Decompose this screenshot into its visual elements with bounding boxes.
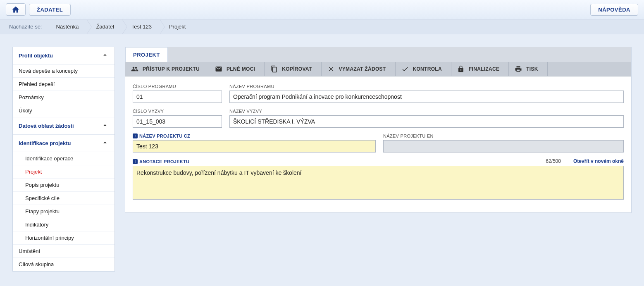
sidebar-item-umisteni[interactable]: Umístění — [13, 245, 114, 258]
annotation-counter: 62/500 — [546, 158, 561, 164]
toolbar-label: PLNÉ MOCI — [227, 66, 255, 72]
content-panel: PROJEKT PŘÍSTUP K PROJEKTU PLNÉ MOCI KOP… — [125, 47, 632, 213]
chevron-up-icon — [101, 139, 109, 148]
top-bar: ŽADATEL NÁPOVĚDA — [0, 0, 644, 19]
toolbar-label: VYMAZAT ŽÁDOST — [339, 66, 386, 72]
breadcrumb-item[interactable]: Test 123 — [122, 19, 160, 34]
sidebar: Profil objektu Nová depeše a koncepty Př… — [12, 47, 115, 272]
help-button[interactable]: NÁPOVĚDA — [590, 4, 638, 16]
breadcrumb-item[interactable]: Nástěnka — [47, 19, 87, 34]
toolbar-label: TISK — [526, 66, 538, 72]
sidebar-item-projekt[interactable]: Projekt — [13, 165, 114, 179]
breadcrumb-item[interactable]: Žadatel — [87, 19, 122, 34]
sidebar-section-title: Datová oblast žádosti — [19, 123, 74, 129]
home-icon — [11, 5, 20, 14]
breadcrumb: Nacházíte se: Nástěnka Žadatel Test 123 … — [0, 19, 644, 34]
tab-row: PROJEKT — [125, 47, 631, 62]
input-project-name-en[interactable] — [383, 140, 624, 153]
toolbar-plne-moci[interactable]: PLNÉ MOCI — [209, 62, 265, 76]
toolbar-vymazat[interactable]: VYMAZAT ŽÁDOST — [322, 62, 396, 76]
toolbar-pristup[interactable]: PŘÍSTUP K PROJEKTU — [125, 62, 209, 76]
input-call-number[interactable] — [133, 115, 222, 128]
toolbar-label: PŘÍSTUP K PROJEKTU — [143, 66, 200, 72]
label-annotation: ! ANOTACE PROJEKTU — [133, 159, 189, 164]
textarea-annotation[interactable] — [133, 166, 624, 200]
required-icon: ! — [133, 133, 138, 138]
print-icon — [515, 65, 522, 73]
check-icon — [401, 65, 409, 73]
breadcrumb-item[interactable]: Projekt — [160, 19, 194, 34]
toolbar-label: KONTROLA — [413, 66, 442, 72]
toolbar-kontrola[interactable]: KONTROLA — [396, 62, 451, 76]
chevron-up-icon — [101, 51, 109, 60]
sidebar-item-popis[interactable]: Popis projektu — [13, 179, 114, 192]
content-toolbar: PŘÍSTUP K PROJEKTU PLNÉ MOCI KOPÍROVAT V… — [125, 62, 631, 76]
sidebar-item-horizontalni[interactable]: Horizontální principy — [13, 231, 114, 245]
label-project-name-en: NÁZEV PROJEKTU EN — [383, 133, 624, 138]
lock-icon — [457, 65, 465, 73]
sidebar-item[interactable]: Nová depeše a koncepty — [13, 64, 114, 78]
toolbar-label: KOPÍROVAT — [282, 66, 312, 72]
label-call-number: ČÍSLO VÝZVY — [133, 109, 222, 114]
required-icon: ! — [133, 159, 138, 164]
chevron-up-icon — [101, 122, 109, 130]
sidebar-section-identifikace[interactable]: Identifikace projektu — [13, 135, 114, 152]
applicant-button[interactable]: ŽADATEL — [29, 4, 71, 16]
input-program-name[interactable] — [229, 91, 624, 103]
label-call-name: NÁZEV VÝZVY — [229, 109, 624, 114]
input-project-name-cz[interactable] — [133, 140, 376, 153]
label-project-name-cz: ! NÁZEV PROJEKTU CZ — [133, 133, 376, 138]
sidebar-item[interactable]: Poznámky — [13, 91, 114, 104]
sidebar-item[interactable]: Přehled depeší — [13, 78, 114, 91]
toolbar-label: FINALIZACE — [469, 66, 499, 72]
label-program-number: ČÍSLO PROGRAMU — [133, 84, 222, 89]
sidebar-item-etapy[interactable]: Etapy projektu — [13, 205, 114, 218]
breadcrumb-label: Nacházíte se: — [9, 24, 47, 30]
open-new-window-link[interactable]: Otevřít v novém okně — [573, 158, 624, 164]
sidebar-section-title: Profil objektu — [19, 52, 53, 59]
sidebar-section-datova[interactable]: Datová oblast žádosti — [13, 117, 114, 135]
toolbar-kopirovat[interactable]: KOPÍROVAT — [265, 62, 321, 76]
tab-projekt[interactable]: PROJEKT — [125, 47, 168, 62]
copy-icon — [270, 65, 278, 73]
input-program-number[interactable] — [133, 91, 222, 103]
home-button[interactable] — [6, 3, 26, 16]
people-icon — [131, 65, 138, 73]
sidebar-item-indikatory[interactable]: Indikátory — [13, 218, 114, 231]
toolbar-finalizace[interactable]: FINALIZACE — [451, 62, 509, 76]
sidebar-item-identifikace-operace[interactable]: Identifikace operace — [13, 152, 114, 165]
toolbar-tisk[interactable]: TISK — [509, 62, 548, 76]
input-call-name[interactable] — [229, 115, 624, 128]
sidebar-section-profil[interactable]: Profil objektu — [13, 47, 114, 64]
form-area: ČÍSLO PROGRAMU NÁZEV PROGRAMU ČÍSLO VÝZV… — [125, 76, 631, 212]
mail-icon — [215, 65, 222, 73]
sidebar-item-cilova-skupina[interactable]: Cílová skupina — [13, 258, 114, 271]
sidebar-item-specificke-cile[interactable]: Specifické cíle — [13, 192, 114, 205]
sidebar-section-title: Identifikace projektu — [19, 140, 71, 146]
delete-icon — [327, 65, 335, 73]
label-program-name: NÁZEV PROGRAMU — [229, 84, 624, 89]
sidebar-item[interactable]: Úkoly — [13, 104, 114, 117]
